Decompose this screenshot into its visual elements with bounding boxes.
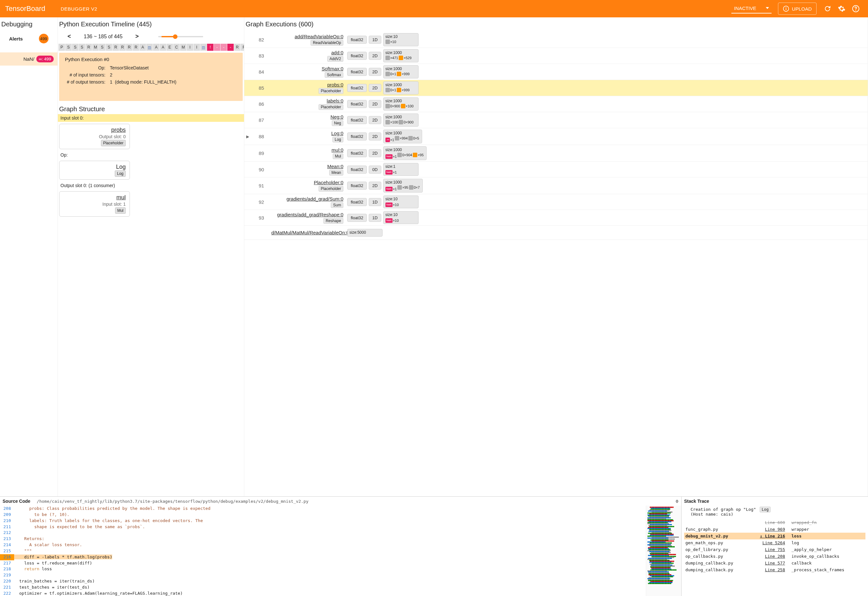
code-line[interactable]: 222 optimizer = tf.optimizers.Adam(learn… <box>0 590 646 596</box>
graph-exec-row[interactable]: 83 add:0 AddV2 float32 2D size:1000×471×… <box>244 48 868 64</box>
stack-row[interactable]: Line 600wrapped_fn <box>684 519 865 526</box>
code-line[interactable]: 218 return loss <box>0 566 646 572</box>
source-label: Source Code <box>3 499 30 504</box>
struct-box-mul[interactable]: mul Input slot: 1 Mul <box>59 191 130 217</box>
next-button[interactable]: > <box>132 33 142 40</box>
tape-cell[interactable]: S <box>65 44 72 51</box>
stack-op-tag[interactable]: Log <box>760 507 771 512</box>
struct-box-probs[interactable]: probs Output slot: 0 Placeholder <box>59 124 130 149</box>
tape-cell[interactable]: I <box>187 44 193 51</box>
graph-exec-row[interactable]: 87 Neg:0 Neg float32 2D size:1000×1000×9… <box>244 112 868 128</box>
stack-row[interactable]: dumping_callback.pyLine 577callback <box>684 560 865 566</box>
op-name[interactable]: gradients/add_grad/Reshape:0 <box>271 212 343 217</box>
op-name[interactable]: Neg:0 <box>271 114 343 119</box>
op-name[interactable]: Softmax:0 <box>271 66 343 71</box>
code-line[interactable]: 219 <box>0 572 646 578</box>
op-name[interactable]: gradients/add_grad/Sum:0 <box>271 196 343 202</box>
op-name[interactable]: add/ReadVariableOp:0 <box>271 34 343 39</box>
code-line[interactable]: 212 <box>0 530 646 536</box>
tape-cell[interactable]: R <box>133 44 139 51</box>
status-dropdown[interactable]: INACTIVE <box>731 4 772 13</box>
code-line[interactable]: 214 A scalar loss tensor. <box>0 542 646 548</box>
op-name[interactable]: Mean:0 <box>271 164 343 169</box>
tape-cell[interactable]: R <box>241 44 244 51</box>
tape-cell[interactable]: m <box>146 44 153 51</box>
code-line[interactable]: 217 loss = tf.reduce_mean(diff) <box>0 560 646 566</box>
tab-debugger[interactable]: DEBUGGER V2 <box>58 6 100 12</box>
graph-exec-row[interactable]: 90 Mean:0 Mean float32 0D size:1NaN×1 <box>244 162 868 177</box>
code-line[interactable]: 211 shape is expected to be the same as … <box>0 524 646 530</box>
graph-exec-row[interactable]: d/MatMul/MatMul/ReadVariableOn:0 size:50… <box>244 226 868 240</box>
alert-item-nan[interactable]: NaN/ ∞: 499 <box>0 52 58 66</box>
stack-row[interactable]: gen_math_ops.pyLine 5264log <box>684 539 865 546</box>
code-line[interactable]: 221 test_batches = iter(test_ds) <box>0 584 646 590</box>
struct-box-log[interactable]: Log Log <box>59 161 130 180</box>
tape-cell[interactable]: R <box>86 44 92 51</box>
tape-cell[interactable]: - <box>220 44 227 51</box>
stack-row[interactable]: debug_mnist_v2.pyLine 216loss <box>684 533 865 539</box>
tape-cell[interactable]: R <box>119 44 126 51</box>
tape-cell[interactable]: M <box>92 44 99 51</box>
tape-cell[interactable]: A <box>140 44 146 51</box>
help-icon[interactable] <box>852 5 860 13</box>
op-name[interactable]: Log:0 <box>271 131 343 136</box>
refresh-icon[interactable] <box>824 5 831 13</box>
op-type: Placeholder <box>319 104 343 110</box>
tape-cell[interactable]: P <box>59 44 65 51</box>
dim-pill: 1D <box>369 36 381 44</box>
tape-cell[interactable]: R <box>234 44 241 51</box>
tape-cell[interactable]: S <box>106 44 112 51</box>
tape-cell[interactable]: A <box>160 44 166 51</box>
graph-exec-row[interactable]: ▶ 88 Log:0 Log float32 2D size:1000-∞×1×… <box>244 128 868 145</box>
stack-row[interactable]: func_graph.pyLine 969wrapper <box>684 526 865 533</box>
op-name[interactable]: d/MatMul/MatMul/ReadVariableOn:0 <box>271 230 343 235</box>
tape-cell[interactable]: R <box>126 44 133 51</box>
op-name[interactable]: Placeholder:0 <box>271 180 343 185</box>
tape-cell[interactable]: R <box>112 44 119 51</box>
tape-cell[interactable]: - <box>214 44 220 51</box>
graph-exec-row[interactable]: 86 labels:0 Placeholder float32 2D size:… <box>244 96 868 112</box>
tape-cell[interactable]: m <box>200 44 207 51</box>
code-line[interactable]: 220 train_batches = iter(train_ds) <box>0 578 646 584</box>
code-line[interactable]: 209 to be (?, 10). <box>0 512 646 518</box>
graph-exec-row[interactable]: 82 add/ReadVariableOp:0 ReadVariableOp f… <box>244 32 868 48</box>
row-index: 83 <box>253 53 269 59</box>
stack-row[interactable]: op_def_library.pyLine 755_apply_op_helpe… <box>684 546 865 553</box>
row-index: 91 <box>253 183 269 188</box>
graph-exec-row[interactable]: 89 mul:0 Mul float32 2D size:1000NaN×10×… <box>244 145 868 162</box>
code-line[interactable]: 213 Returns: <box>0 536 646 542</box>
svg-point-2 <box>786 7 786 8</box>
code-line[interactable]: 208 probs: Class probabilities predicted… <box>0 506 646 512</box>
code-line[interactable]: 215 """ <box>0 548 646 554</box>
tape-cell[interactable]: S <box>72 44 78 51</box>
code-area[interactable]: 208 probs: Class probabilities predicted… <box>0 506 646 596</box>
op-name[interactable]: labels:0 <box>271 98 343 103</box>
tape-cell[interactable]: - <box>227 44 234 51</box>
graph-exec-row[interactable]: 91 Placeholder:0 Placeholder float32 2D … <box>244 177 868 194</box>
stack-row[interactable]: dumping_callback.pyLine 258_process_stac… <box>684 566 865 573</box>
code-line[interactable]: 210 labels: Truth labels for the classes… <box>0 518 646 524</box>
tape-cell[interactable]: C <box>173 44 180 51</box>
graph-exec-row[interactable]: 84 Softmax:0 Softmax float32 2D size:100… <box>244 64 868 80</box>
tape-cell[interactable]: S <box>79 44 85 51</box>
timeline-slider[interactable] <box>158 36 238 37</box>
op-name[interactable]: add:0 <box>271 50 343 55</box>
gear-icon[interactable] <box>838 5 846 13</box>
graph-exec-row[interactable]: 85 probs:0 Placeholder float32 2D size:1… <box>244 80 868 96</box>
op-name[interactable]: mul:0 <box>271 147 343 153</box>
tape-cell[interactable]: E <box>167 44 173 51</box>
tape-cell[interactable]: S <box>99 44 105 51</box>
op-name[interactable]: probs:0 <box>271 82 343 87</box>
graph-exec-row[interactable]: 93 gradients/add_grad/Reshape:0 Reshape … <box>244 210 868 226</box>
tape-cell[interactable]: I <box>193 44 200 51</box>
tape-cell[interactable]: ! <box>207 44 214 51</box>
tape-cell[interactable]: M <box>180 44 186 51</box>
stack-row[interactable]: op_callbacks.pyLine 208invoke_op_callbac… <box>684 553 865 560</box>
file-stepper[interactable] <box>675 500 679 503</box>
tape-cell[interactable]: A <box>153 44 159 51</box>
upload-button[interactable]: UPLOAD <box>778 3 816 15</box>
prev-button[interactable]: < <box>64 33 74 40</box>
minimap[interactable]: ████████████████████████████████████████… <box>646 506 681 596</box>
code-line[interactable]: 216 diff = -labels * tf.math.log(probs) <box>0 554 646 560</box>
graph-exec-row[interactable]: 92 gradients/add_grad/Sum:0 Sum float32 … <box>244 194 868 210</box>
